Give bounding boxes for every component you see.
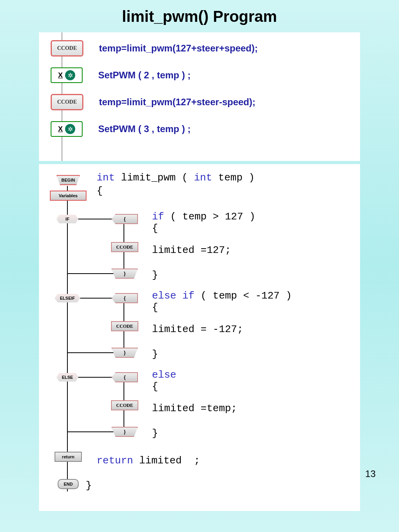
ccode-block-icon: CCODE bbox=[51, 40, 83, 57]
open-brace-text: { bbox=[97, 185, 103, 197]
brace-text: } bbox=[152, 428, 158, 439]
x-icon: X bbox=[58, 125, 63, 133]
code-text: SetPWM ( 2 , temp ) ; bbox=[98, 70, 191, 81]
code-text: temp=limit_pwm(127+steer-speed); bbox=[99, 97, 255, 108]
begin-node-icon: BEGIN bbox=[56, 175, 80, 185]
brace-close-icon: } bbox=[111, 427, 138, 437]
if-node-icon: IF bbox=[56, 215, 78, 223]
brace-open-icon: { bbox=[111, 214, 138, 224]
brace-close-icon: } bbox=[111, 348, 138, 358]
brace-text: { bbox=[152, 302, 158, 313]
code-panel-top: CCODE temp=limit_pwm(127+steer+speed); X… bbox=[39, 32, 360, 161]
brace-text: } bbox=[152, 348, 158, 360]
code-row: X ✲ SetPWM ( 3 , temp ) ; bbox=[43, 121, 356, 137]
ccode-small-icon: CCODE bbox=[111, 242, 138, 252]
brace-text: { bbox=[152, 223, 158, 234]
flowchart-panel: BEGIN Variables IF ELSEIF ELSE return EN… bbox=[39, 164, 360, 511]
code-text: temp=limit_pwm(127+steer+speed); bbox=[99, 43, 258, 54]
brace-close-icon: } bbox=[111, 269, 138, 279]
gear-icon: ✲ bbox=[65, 124, 75, 134]
page-title: limit_pwm() Program bbox=[0, 0, 399, 29]
code-row: X ✲ SetPWM ( 2 , temp ) ; bbox=[43, 67, 356, 83]
setpwm-block-icon: X ✲ bbox=[51, 121, 83, 137]
x-icon: X bbox=[58, 71, 63, 80]
return-node-icon: return bbox=[55, 452, 82, 462]
setpwm-block-icon: X ✲ bbox=[51, 67, 83, 83]
code-row: CCODE temp=limit_pwm(127+steer+speed); bbox=[43, 40, 356, 57]
variables-node-icon: Variables bbox=[50, 191, 87, 201]
ccode-small-icon: CCODE bbox=[111, 400, 138, 410]
return-line: return limited ; bbox=[97, 455, 200, 467]
if-line: if ( temp > 127 ) bbox=[152, 211, 255, 223]
brace-text: { bbox=[152, 381, 158, 392]
end-node-icon: END bbox=[58, 479, 79, 489]
elseif-node-icon: ELSEIF bbox=[55, 294, 80, 302]
elseif-line: else if ( temp < -127 ) bbox=[152, 290, 292, 302]
code-row: CCODE temp=limit_pwm(127+steer-speed); bbox=[43, 94, 356, 110]
gear-icon: ✲ bbox=[65, 70, 75, 80]
else-line: else bbox=[152, 369, 176, 381]
flowchart-main-line bbox=[67, 186, 68, 491]
brace-text: } bbox=[152, 269, 158, 281]
elseif-body: limited = -127; bbox=[152, 323, 243, 335]
page-number: 13 bbox=[365, 468, 376, 479]
ccode-block-icon: CCODE bbox=[51, 94, 83, 110]
ccode-small-icon: CCODE bbox=[111, 321, 138, 331]
else-body: limited =temp; bbox=[152, 403, 237, 414]
brace-open-icon: { bbox=[111, 372, 138, 382]
else-node-icon: ELSE bbox=[56, 373, 78, 382]
if-body: limited =127; bbox=[152, 244, 231, 256]
code-text: SetPWM ( 3 , temp ) ; bbox=[98, 124, 191, 134]
close-brace-text: } bbox=[86, 480, 92, 491]
brace-open-icon: { bbox=[111, 293, 138, 303]
function-signature: int limit_pwm ( int temp ) bbox=[97, 172, 255, 184]
